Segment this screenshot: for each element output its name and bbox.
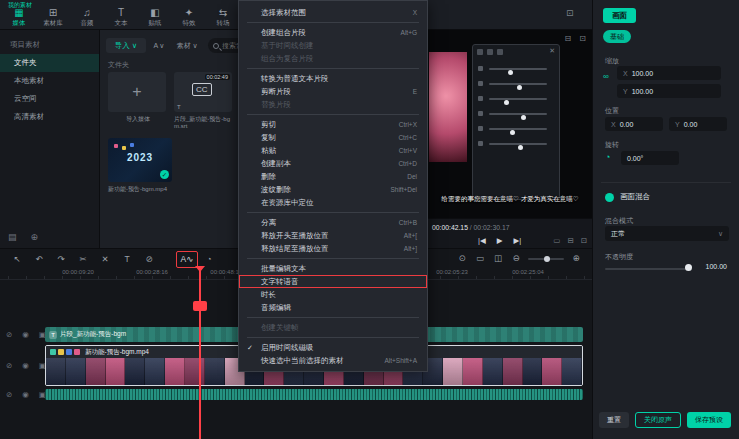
toolbar-tab-label: 素材库 (43, 19, 63, 28)
next-frame-icon[interactable]: ▶| (514, 236, 522, 245)
menu-item-locate-in-library[interactable]: 在资源库中定位 (239, 196, 427, 209)
menu-item-release-tail[interactable]: 释放结尾至播放位置Alt+] (239, 242, 427, 255)
menu-item-batch-edit-text[interactable]: 批量编辑文本 (239, 262, 427, 275)
menu-item-convert-plain-text[interactable]: 转换为普通文本片段 (239, 72, 427, 85)
pin-icon[interactable]: ⊟ (565, 34, 572, 43)
blend-toggle[interactable] (605, 193, 614, 202)
sidebar-item-hd[interactable]: 高清素材 (0, 108, 99, 126)
reset-button[interactable]: 重置 (599, 412, 629, 428)
select-tool-icon[interactable]: ↖ (6, 252, 28, 267)
toolbar-tab-library[interactable]: ⊞素材库 (36, 7, 70, 28)
menu-item-timeline-snap[interactable]: ✓启用时间线磁吸 (239, 341, 427, 354)
opacity-slider[interactable] (605, 268, 689, 270)
menu-item-quick-select[interactable]: 快速选中当前选择的素材Alt+Shift+A (239, 354, 427, 367)
mute-track-icon[interactable]: ⊘ (6, 330, 12, 339)
transition-icon: ⇆ (219, 7, 227, 18)
filmstrip-frame (165, 358, 185, 385)
rotation-field[interactable]: 0.00° (621, 151, 679, 165)
add-folder-icon[interactable]: ▤ (8, 232, 17, 242)
menu-item-text-to-speech[interactable]: 文字转语音 (239, 275, 427, 288)
layout-icon[interactable]: ◫ (492, 251, 504, 266)
mute-track-icon[interactable]: ⊘ (6, 390, 12, 399)
toolbar-tab-sticker[interactable]: ◧贴纸 (138, 7, 172, 28)
menu-item-create-from-timeline: 基于时间线创建 (239, 39, 427, 52)
hide-track-icon[interactable]: ◉ (22, 390, 29, 399)
position-x-field[interactable]: X 0.00 (605, 117, 663, 131)
menu-item-release-head[interactable]: 释放开头至播放位置Alt+[ (239, 229, 427, 242)
ratio-icon[interactable]: ▭ (553, 236, 560, 245)
panel-collapse-icon[interactable]: ⊡ (566, 8, 574, 18)
undo-icon[interactable]: ↶ (28, 252, 50, 267)
playhead[interactable] (199, 266, 201, 439)
menu-item-replace-clip: 替换片段 (239, 98, 427, 111)
opacity-slider-knob[interactable] (685, 264, 692, 271)
expand-icon[interactable]: ⊡ (579, 34, 586, 43)
axis-label: Y (675, 121, 680, 128)
audio-clip[interactable] (45, 389, 583, 400)
srt-file-card[interactable]: 00:02:49 CC T (174, 72, 232, 112)
tab-picture[interactable]: 画面 (603, 8, 636, 23)
menu-item-ripple-delete[interactable]: 波纹删除Shift+Del (239, 183, 427, 196)
zoom-out-icon[interactable]: ⊖ (510, 251, 522, 266)
split-icon[interactable]: ✂ (72, 252, 94, 267)
blend-mode-dropdown[interactable]: 正常 ∨ (605, 226, 729, 241)
menu-item-create-group[interactable]: 创建组合片段Alt+G (239, 26, 427, 39)
filmstrip-frame (443, 358, 463, 385)
link-scale-icon[interactable]: ∞ (603, 72, 609, 81)
toolbar-tab-label: 文本 (115, 19, 128, 28)
menu-item-delete[interactable]: 删除Del (239, 170, 427, 183)
toolbar-tab-text[interactable]: T文本 (104, 7, 138, 28)
timeline-zoom-knob[interactable] (544, 256, 550, 262)
toolbar-tab-label: 特效 (183, 19, 196, 28)
toolbar-tab-transition[interactable]: ⇆转场 (206, 7, 240, 28)
scale-x-field[interactable]: X 100.00 (617, 66, 721, 80)
position-y-field[interactable]: Y 0.00 (669, 117, 727, 131)
mute-icon[interactable]: ⊘ (138, 252, 160, 267)
text-tool-icon[interactable]: T (116, 252, 138, 267)
sidebar-item-local[interactable]: 本地素材 (0, 72, 99, 90)
toolbar-tab-media[interactable]: ▦媒体 (2, 7, 36, 28)
menu-item-duplicate[interactable]: 创建副本Ctrl+D (239, 157, 427, 170)
menu-item-cut[interactable]: 剪切Ctrl+X (239, 118, 427, 131)
save-preset-button[interactable]: 保存预设 (687, 412, 731, 428)
video-file-card[interactable]: 2023 ✓ (108, 138, 172, 182)
check-badge-icon: ✓ (160, 170, 169, 179)
menu-item-audio-edit[interactable]: 音频编辑 (239, 301, 427, 314)
menu-item-freeze-clip[interactable]: 剪断片段E (239, 85, 427, 98)
menu-item-paste[interactable]: 粘贴Ctrl+V (239, 144, 427, 157)
hide-track-icon[interactable]: ◉ (22, 361, 29, 370)
sidebar-item-folder[interactable]: 文件夹 (0, 54, 99, 72)
delete-icon[interactable]: ✕ (94, 252, 116, 267)
type-dropdown[interactable]: 素材 ∨ (170, 38, 204, 53)
fullscreen-icon[interactable]: ⊡ (581, 236, 587, 245)
menu-item-copy[interactable]: 复制Ctrl+C (239, 131, 427, 144)
search-icon (213, 43, 219, 49)
import-media-tile[interactable]: + (108, 72, 166, 112)
preview-axis-icon[interactable]: ▭ (474, 251, 486, 266)
sort-dropdown[interactable]: A ∨ (150, 38, 168, 53)
toolbar-tab-effects[interactable]: ✦特效 (172, 7, 206, 28)
tab-basic[interactable]: 基础 (603, 30, 631, 43)
timeline-zoom-slider[interactable] (528, 258, 564, 260)
redo-icon[interactable]: ↷ (50, 252, 72, 267)
menu-item-duration[interactable]: 时长 (239, 288, 427, 301)
sidebar-item-cloud[interactable]: 云空间 (0, 90, 99, 108)
more-icon[interactable]: ⊕ (31, 232, 39, 242)
scale-y-field[interactable]: Y 100.00 (617, 84, 721, 98)
playhead-handle[interactable] (195, 266, 205, 272)
menu-item-select-range[interactable]: 选择素材范围X (239, 6, 427, 19)
menu-item-separate[interactable]: 分离Ctrl+B (239, 216, 427, 229)
prev-frame-icon[interactable]: |◀ (478, 236, 486, 245)
hide-track-icon[interactable]: ◉ (22, 330, 29, 339)
zoom-in-icon[interactable]: ⊕ (570, 251, 582, 266)
auto-snap-icon[interactable]: ⊙ (456, 251, 468, 266)
mini-player-icon[interactable]: ⊟ (567, 236, 573, 245)
position-y-value: 0.00 (684, 121, 698, 128)
import-button[interactable]: 导入 ∨ (106, 38, 146, 53)
secondary-button[interactable]: 关闭原声 (635, 412, 681, 428)
play-icon[interactable]: ▶ (497, 236, 503, 245)
rotation-dial-icon[interactable]: ◔ (605, 152, 610, 162)
timer-icon[interactable]: ◔ (198, 252, 220, 267)
toolbar-tab-audio[interactable]: ♫音频 (70, 7, 104, 28)
mute-track-icon[interactable]: ⊘ (6, 361, 12, 370)
